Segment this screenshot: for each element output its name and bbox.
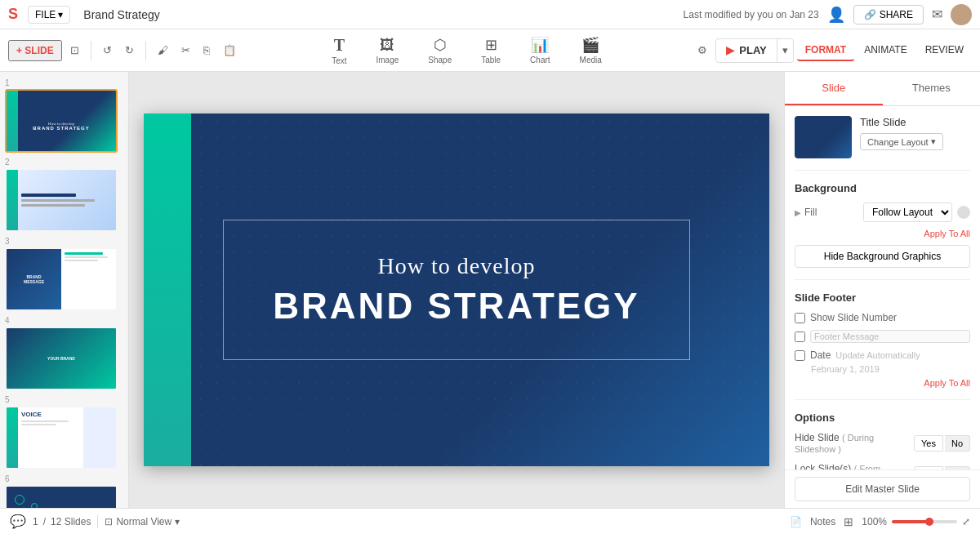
- view-selector[interactable]: ⊡ Normal View ▾: [105, 516, 180, 527]
- bottom-right: 📄 Notes ⊞ 100% ⤢: [790, 515, 970, 528]
- fill-select[interactable]: Follow Layout: [863, 202, 952, 222]
- slide-number-4: 4: [5, 316, 123, 325]
- slide-thumbnail-5[interactable]: VOICE: [5, 406, 118, 469]
- slide-thumbnail-6[interactable]: TARGET AUDIENCE: [5, 485, 118, 508]
- right-panel-content: Title Slide Change Layout ▾ Background ▶…: [785, 106, 980, 469]
- zoom-thumb: [925, 518, 933, 526]
- background-apply-all[interactable]: Apply To All: [795, 229, 970, 238]
- toolbar-right: ⚙ ▶ PLAY ▾ FORMAT ANIMATE REVIEW: [693, 38, 972, 63]
- top-bar: S FILE ▾ Brand Strategy Last modified by…: [0, 0, 980, 29]
- tab-format[interactable]: FORMAT: [797, 40, 854, 61]
- slide-canvas-area[interactable]: How to develop BRAND STRATEGY: [129, 72, 784, 508]
- slide-thumbnail-1[interactable]: How to develop BRAND STRATEGY: [5, 89, 118, 153]
- view-icon: ⊡: [105, 516, 113, 527]
- grid-icon[interactable]: ⊞: [844, 515, 853, 528]
- show-slide-number-row: Show Slide Number: [795, 312, 970, 323]
- footer-apply-all[interactable]: Apply To All: [795, 378, 970, 388]
- notes-label[interactable]: Notes: [810, 516, 835, 527]
- settings-button[interactable]: ⚙: [693, 41, 712, 60]
- background-section-title: Background: [795, 182, 970, 194]
- date-auto-label: Update Automatically: [835, 350, 920, 360]
- text-icon: T: [334, 36, 345, 55]
- main-area: 1 How to develop BRAND STRATEGY 2: [0, 72, 980, 508]
- layout-title-label: Title Slide: [860, 116, 970, 128]
- slide-thumb-3[interactable]: 3 BRANDMESSAGE: [5, 237, 123, 311]
- hide-slide-label: Hide Slide ( During Slideshow ): [795, 432, 909, 455]
- page-navigation: 1 / 12 Slides: [33, 516, 91, 527]
- slide-thumbnail-2[interactable]: [5, 168, 118, 232]
- layout-info: Title Slide Change Layout ▾: [860, 116, 970, 150]
- change-layout-label: Change Layout: [867, 137, 929, 147]
- file-menu-button[interactable]: FILE ▾: [28, 6, 70, 24]
- slide-number-5: 5: [5, 395, 123, 404]
- show-slide-number-checkbox[interactable]: [795, 313, 805, 323]
- tab-animate[interactable]: ANIMATE: [856, 40, 915, 61]
- date-label: Date: [810, 349, 831, 361]
- slide-footer-section: Slide Footer Show Slide Number Footer Me…: [795, 291, 970, 400]
- notes-icon[interactable]: 📄: [790, 516, 802, 527]
- slide-content: How to develop BRAND STRATEGY: [223, 220, 689, 360]
- hide-background-button[interactable]: Hide Background Graphics: [795, 245, 970, 268]
- date-checkbox[interactable]: [795, 350, 805, 361]
- format-painter-button[interactable]: 🖌: [153, 41, 173, 60]
- play-button[interactable]: ▶ PLAY: [716, 40, 776, 60]
- app-logo: S: [8, 6, 18, 23]
- tab-themes[interactable]: Themes: [883, 72, 981, 105]
- hide-slide-toggle: Yes No: [914, 435, 970, 452]
- paste-button[interactable]: 📋: [218, 41, 241, 60]
- undo-button[interactable]: ↺: [98, 41, 117, 60]
- slide-thumbnail-3[interactable]: BRANDMESSAGE: [5, 247, 118, 311]
- table-tool[interactable]: ⊞ Table: [473, 33, 509, 68]
- share-button[interactable]: 🔗 SHARE: [853, 5, 924, 24]
- document-title[interactable]: Brand Strategy: [83, 8, 159, 21]
- zoom-expand-icon[interactable]: ⤢: [962, 516, 970, 527]
- zoom-control: 100% ⤢: [862, 516, 970, 527]
- text-label: Text: [332, 56, 346, 65]
- edit-master-section: Edit Master Slide: [785, 469, 980, 508]
- slide-thumb-4[interactable]: 4 YOUR BRAND: [5, 316, 123, 390]
- color-circle[interactable]: [957, 206, 970, 219]
- slide-thumb-6[interactable]: 6 TARGET AUDIENCE: [5, 474, 123, 508]
- slide-layout-button[interactable]: ⊡: [65, 41, 84, 60]
- copy-button[interactable]: ⎘: [198, 41, 215, 60]
- user-avatar[interactable]: [951, 4, 972, 25]
- add-slide-button[interactable]: + SLIDE: [8, 40, 62, 61]
- main-slide[interactable]: How to develop BRAND STRATEGY: [144, 113, 769, 466]
- edit-master-label: Edit Master Slide: [845, 483, 920, 495]
- tab-review[interactable]: REVIEW: [917, 40, 972, 61]
- format-tabs: FORMAT ANIMATE REVIEW: [797, 40, 972, 61]
- zoom-level: 100%: [862, 516, 887, 527]
- bottom-bar: 💬 1 / 12 Slides ⊡ Normal View ▾ 📄 Notes …: [0, 508, 980, 534]
- view-label: Normal View: [116, 516, 172, 527]
- notifications-icon[interactable]: ✉: [932, 7, 942, 22]
- chat-icon[interactable]: 💬: [10, 514, 26, 529]
- options-section: Options Hide Slide ( During Slideshow ) …: [795, 412, 970, 469]
- shape-tool[interactable]: ⬡ Shape: [420, 33, 460, 68]
- hide-slide-no-button[interactable]: No: [945, 435, 970, 452]
- slide-thumb-2[interactable]: 2: [5, 158, 123, 232]
- slide-thumb-5[interactable]: 5 VOICE: [5, 395, 123, 469]
- hide-slide-yes-button[interactable]: Yes: [914, 435, 943, 452]
- zoom-slider[interactable]: [892, 520, 957, 523]
- shape-icon: ⬡: [434, 36, 447, 54]
- redo-button[interactable]: ↻: [120, 41, 139, 60]
- footer-message-input[interactable]: Footer Message: [810, 330, 970, 343]
- edit-master-button[interactable]: Edit Master Slide: [795, 477, 970, 501]
- slide-border-box: How to develop BRAND STRATEGY: [223, 220, 689, 360]
- tab-slide[interactable]: Slide: [785, 72, 883, 105]
- cut-button[interactable]: ✂: [176, 41, 195, 60]
- image-tool[interactable]: 🖼 Image: [368, 33, 407, 68]
- image-icon: 🖼: [380, 37, 394, 54]
- play-label: PLAY: [739, 44, 766, 56]
- text-tool[interactable]: T Text: [323, 33, 354, 69]
- top-bar-right: Last modified by you on Jan 23 👤 🔗 SHARE…: [684, 4, 972, 25]
- chart-tool[interactable]: 📊 Chart: [522, 33, 558, 68]
- play-dropdown-button[interactable]: ▾: [777, 41, 793, 60]
- change-layout-button[interactable]: Change Layout ▾: [860, 133, 943, 150]
- media-tool[interactable]: 🎬 Media: [572, 33, 610, 68]
- play-icon: ▶: [726, 44, 734, 56]
- footer-message-checkbox[interactable]: [795, 332, 805, 342]
- share-icon: 🔗: [864, 9, 876, 20]
- slide-thumbnail-4[interactable]: YOUR BRAND: [5, 327, 118, 390]
- slide-thumb-1[interactable]: 1 How to develop BRAND STRATEGY: [5, 78, 123, 153]
